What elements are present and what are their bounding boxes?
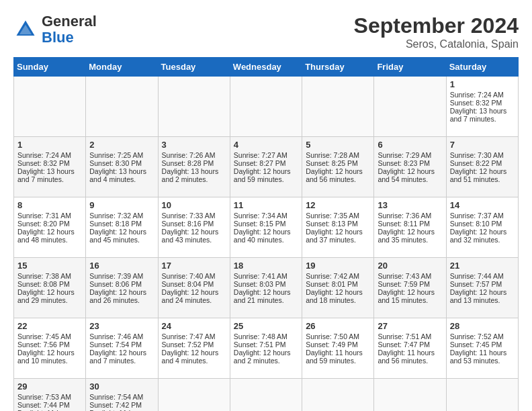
month-year: September 2024 [354,13,519,38]
header-friday: Friday [374,58,446,77]
calendar-cell [158,77,230,137]
calendar-cell [302,379,374,412]
sunrise: Sunrise: 7:51 AM [378,332,431,340]
calendar-cell: 4 Sunrise: 7:27 AM Sunset: 8:27 PM Dayli… [230,137,302,197]
sunset: Sunset: 7:54 PM [89,340,142,349]
calendar-cell: 10 Sunrise: 7:33 AM Sunset: 8:16 PM Dayl… [158,197,230,258]
sunset: Sunset: 8:13 PM [306,220,358,228]
sunrise: Sunrise: 7:36 AM [378,212,431,220]
sunset: Sunset: 7:45 PM [450,340,502,349]
day-number: 11 [234,200,298,210]
sunrise: Sunrise: 7:35 AM [306,212,359,220]
sunrise: Sunrise: 7:24 AM [450,91,504,99]
calendar-cell: 8 Sunrise: 7:31 AM Sunset: 8:20 PM Dayli… [14,197,86,258]
sunrise: Sunrise: 7:29 AM [378,151,431,159]
calendar-cell: 3 Sunrise: 7:26 AM Sunset: 8:28 PM Dayli… [158,137,230,197]
sunrise: Sunrise: 7:38 AM [17,272,71,280]
calendar-cell [374,379,446,412]
sunset: Sunset: 8:23 PM [378,159,430,167]
daylight: Daylight: 11 hours and 56 minutes. [378,349,435,365]
sunrise: Sunrise: 7:50 AM [306,332,359,340]
sunrise: Sunrise: 7:28 AM [306,151,359,159]
calendar-cell: 19 Sunrise: 7:42 AM Sunset: 8:01 PM Dayl… [302,258,374,318]
calendar-cell: 20 Sunrise: 7:43 AM Sunset: 7:59 PM Dayl… [374,258,446,318]
sunrise: Sunrise: 7:40 AM [162,272,216,280]
sunset: Sunset: 8:18 PM [89,220,142,228]
day-number: 17 [162,261,226,271]
day-number: 16 [89,261,154,271]
day-number: 13 [378,200,442,210]
calendar-cell [302,77,374,137]
daylight: Daylight: 12 hours and 43 minutes. [162,228,219,244]
sunrise: Sunrise: 7:44 AM [450,272,504,280]
sunrise: Sunrise: 7:43 AM [378,272,431,280]
daylight: Daylight: 12 hours and 18 minutes. [306,288,363,304]
daylight: Daylight: 12 hours and 24 minutes. [162,288,219,304]
logo-text: General Blue [42,13,97,46]
calendar-cell: 28 Sunrise: 7:52 AM Sunset: 7:45 PM Dayl… [446,318,518,379]
daylight: Daylight: 12 hours and 26 minutes. [89,288,146,304]
sunset: Sunset: 8:16 PM [162,220,214,228]
sunset: Sunset: 7:52 PM [162,340,214,349]
sunrise: Sunrise: 7:31 AM [17,212,71,220]
calendar-week-row: 8 Sunrise: 7:31 AM Sunset: 8:20 PM Dayli… [14,197,519,258]
calendar-cell: 21 Sunrise: 7:44 AM Sunset: 7:57 PM Dayl… [446,258,518,318]
sunrise: Sunrise: 7:46 AM [89,332,143,340]
header-monday: Monday [86,58,158,77]
sunrise: Sunrise: 7:41 AM [234,272,287,280]
day-number: 12 [306,200,370,210]
sunrise: Sunrise: 7:37 AM [450,212,504,220]
sunset: Sunset: 7:56 PM [17,340,70,349]
calendar-cell: 13 Sunrise: 7:36 AM Sunset: 8:11 PM Dayl… [374,197,446,258]
calendar-cell: 1 Sunrise: 7:24 AM Sunset: 8:32 PM Dayli… [14,137,86,197]
sunrise: Sunrise: 7:30 AM [450,151,504,159]
calendar-cell: 11 Sunrise: 7:34 AM Sunset: 8:15 PM Dayl… [230,197,302,258]
calendar-cell [86,77,158,137]
sunset: Sunset: 8:32 PM [17,159,70,167]
sunset: Sunset: 7:49 PM [306,340,358,349]
calendar-cell: 2 Sunrise: 7:25 AM Sunset: 8:30 PM Dayli… [86,137,158,197]
sunrise: Sunrise: 7:27 AM [234,151,287,159]
day-number: 21 [450,261,515,271]
daylight: Daylight: 12 hours and 32 minutes. [450,228,507,244]
day-number: 1 [450,79,515,89]
sunset: Sunset: 8:10 PM [450,220,502,228]
sunset: Sunset: 8:27 PM [234,159,286,167]
calendar-cell [374,77,446,137]
header-wednesday: Wednesday [230,58,302,77]
daylight: Daylight: 12 hours and 2 minutes. [234,349,291,365]
calendar-cell: 12 Sunrise: 7:35 AM Sunset: 8:13 PM Dayl… [302,197,374,258]
sunrise: Sunrise: 7:54 AM [89,393,143,401]
sunrise: Sunrise: 7:53 AM [17,393,71,401]
day-number: 26 [306,321,370,331]
daylight: Daylight: 12 hours and 13 minutes. [450,288,507,304]
day-number: 19 [306,261,370,271]
calendar-cell [158,379,230,412]
day-number: 29 [17,381,82,392]
logo-icon [13,17,38,42]
daylight: Daylight: 11 hours and 53 minutes. [450,349,507,365]
sunset: Sunset: 8:11 PM [378,220,430,228]
daylight: Daylight: 12 hours and 35 minutes. [378,228,435,244]
calendar-cell: 6 Sunrise: 7:29 AM Sunset: 8:23 PM Dayli… [374,137,446,197]
location: Seros, Catalonia, Spain [354,38,519,50]
calendar-cell: 7 Sunrise: 7:30 AM Sunset: 8:22 PM Dayli… [446,137,518,197]
calendar-week-row: 22 Sunrise: 7:45 AM Sunset: 7:56 PM Dayl… [14,318,519,379]
calendar-week-row: 29 Sunrise: 7:53 AM Sunset: 7:44 PM Dayl… [14,379,519,412]
calendar-cell: 16 Sunrise: 7:39 AM Sunset: 8:06 PM Dayl… [86,258,158,318]
calendar-table: Sunday Monday Tuesday Wednesday Thursday… [13,57,519,411]
day-number: 3 [162,140,226,150]
calendar-cell: 26 Sunrise: 7:50 AM Sunset: 7:49 PM Dayl… [302,318,374,379]
daylight: Daylight: 12 hours and 45 minutes. [89,228,146,244]
daylight: Daylight: 13 hours and 7 minutes. [450,107,507,123]
calendar-cell [446,379,518,412]
daylight: Daylight: 13 hours and 2 minutes. [162,167,219,183]
day-number: 28 [450,321,515,331]
sunset: Sunset: 8:25 PM [306,159,358,167]
sunset: Sunset: 8:22 PM [450,159,502,167]
sunrise: Sunrise: 7:52 AM [450,332,504,340]
day-number: 5 [306,140,370,150]
daylight: Daylight: 12 hours and 4 minutes. [162,349,219,365]
daylight: Daylight: 12 hours and 56 minutes. [306,167,363,183]
calendar-cell [14,77,86,137]
